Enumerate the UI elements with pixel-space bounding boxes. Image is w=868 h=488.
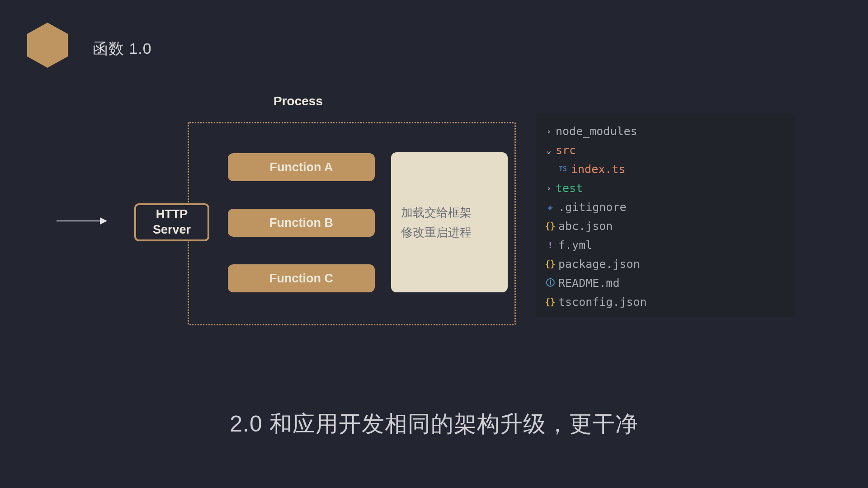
- tree-row-tsconfig: {} tsconfig.json: [536, 292, 795, 311]
- json-icon: {}: [544, 259, 557, 269]
- tree-label: f.yml: [558, 239, 592, 252]
- tree-label: tsconfig.json: [558, 296, 647, 309]
- json-icon: {}: [544, 297, 557, 307]
- tree-label: index.ts: [571, 163, 625, 176]
- chevron-right-icon: ›: [544, 183, 554, 193]
- process-label: Process: [274, 94, 323, 108]
- tree-row-src: ⌄ src: [536, 141, 795, 160]
- tree-label: .gitignore: [558, 201, 627, 214]
- tree-row-f-yml: ! f.yml: [536, 235, 795, 254]
- http-server-label: HTTP Server: [153, 207, 191, 238]
- tree-label: test: [556, 182, 583, 195]
- function-b-box: Function B: [228, 209, 375, 237]
- slide-title: 函数 1.0: [93, 38, 152, 59]
- tree-label: node_modules: [556, 125, 637, 138]
- http-server-box: HTTP Server: [134, 203, 209, 241]
- tree-row-package-json: {} package.json: [536, 254, 795, 273]
- tree-label: src: [556, 144, 576, 157]
- tree-row-node-modules: › node_modules: [536, 122, 795, 141]
- function-c-label: Function C: [269, 272, 333, 286]
- tree-row-readme: ⓘ README.md: [536, 273, 795, 292]
- git-icon: ◈: [544, 202, 557, 212]
- function-c-box: Function C: [228, 264, 375, 292]
- tree-label: README.md: [558, 277, 619, 290]
- tree-row-gitignore: ◈ .gitignore: [536, 197, 795, 216]
- side-panel: 加载交给框架 修改重启进程: [391, 152, 508, 292]
- function-b-label: Function B: [269, 216, 333, 230]
- arrow-icon: [57, 221, 106, 221]
- json-icon: {}: [544, 221, 557, 231]
- footer-text: 2.0 和应用开发相同的架构升级，更干净: [0, 409, 868, 439]
- tree-row-test: › test: [536, 178, 795, 197]
- file-tree: › node_modules ⌄ src TS index.ts › test …: [536, 113, 795, 317]
- chevron-down-icon: ⌄: [544, 145, 554, 155]
- hexagon-icon: [27, 23, 68, 68]
- function-a-label: Function A: [270, 160, 333, 174]
- ts-icon: TS: [557, 165, 569, 173]
- tree-label: abc.json: [558, 220, 613, 233]
- side-panel-line2: 修改重启进程: [401, 222, 498, 242]
- info-icon: ⓘ: [544, 277, 557, 289]
- side-panel-line1: 加载交给框架: [401, 202, 498, 222]
- chevron-right-icon: ›: [544, 127, 554, 136]
- tree-row-index-ts: TS index.ts: [536, 160, 795, 178]
- tree-label: package.json: [558, 258, 640, 271]
- function-a-box: Function A: [228, 153, 375, 181]
- yaml-icon: !: [544, 240, 557, 250]
- tree-row-abc-json: {} abc.json: [536, 216, 795, 235]
